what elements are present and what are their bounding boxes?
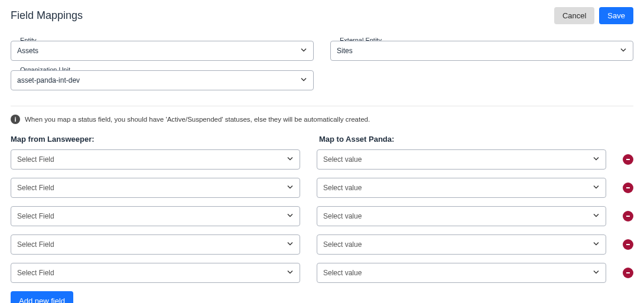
map-from-select[interactable]: Select Field	[11, 234, 300, 255]
map-from-select[interactable]: Select Field	[11, 263, 300, 283]
org-unit-value: asset-panda-int-dev	[17, 76, 80, 84]
add-new-field-button[interactable]: Add new field	[11, 291, 73, 303]
chevron-down-icon	[593, 240, 600, 249]
chevron-down-icon	[593, 269, 600, 278]
map-to-placeholder: Select value	[323, 240, 362, 249]
chevron-down-icon	[300, 47, 307, 56]
chevron-down-icon	[593, 184, 600, 193]
org-unit-select[interactable]: asset-panda-int-dev	[11, 70, 314, 90]
map-to-placeholder: Select value	[323, 269, 362, 277]
cancel-button[interactable]: Cancel	[554, 7, 594, 24]
mapping-row: Select FieldSelect value	[11, 234, 633, 255]
mapping-row: Select FieldSelect value	[11, 149, 633, 170]
map-to-placeholder: Select value	[323, 212, 362, 220]
mapping-row: Select FieldSelect value	[11, 263, 633, 283]
chevron-down-icon	[593, 212, 600, 221]
chevron-down-icon	[287, 269, 294, 278]
map-to-select[interactable]: Select value	[317, 206, 606, 226]
map-to-select[interactable]: Select value	[317, 178, 606, 198]
map-from-placeholder: Select Field	[17, 155, 54, 164]
chevron-down-icon	[593, 155, 600, 164]
chevron-down-icon	[287, 240, 294, 249]
page-title: Field Mappings	[11, 9, 83, 22]
map-from-placeholder: Select Field	[17, 269, 54, 277]
info-icon: i	[11, 115, 20, 124]
remove-row-button[interactable]	[623, 239, 633, 250]
chevron-down-icon	[287, 212, 294, 221]
remove-row-button[interactable]	[623, 154, 633, 165]
map-to-placeholder: Select value	[323, 184, 362, 192]
entity-select[interactable]: Assets	[11, 41, 314, 61]
remove-row-button[interactable]	[623, 268, 633, 278]
map-to-select[interactable]: Select value	[317, 149, 606, 170]
map-from-select[interactable]: Select Field	[11, 178, 300, 198]
remove-row-button[interactable]	[623, 183, 633, 193]
external-entity-select[interactable]: Sites	[330, 41, 633, 61]
divider	[11, 106, 633, 106]
chevron-down-icon	[287, 155, 294, 164]
map-to-title: Map to Asset Panda:	[319, 135, 611, 144]
map-from-placeholder: Select Field	[17, 212, 54, 220]
map-from-title: Map from Lansweeper:	[11, 135, 303, 144]
map-from-placeholder: Select Field	[17, 240, 54, 249]
remove-row-button[interactable]	[623, 211, 633, 221]
mapping-row: Select FieldSelect value	[11, 178, 633, 198]
external-entity-value: Sites	[337, 47, 353, 55]
info-text: When you map a status field, you should …	[25, 116, 370, 123]
chevron-down-icon	[287, 184, 294, 193]
save-button[interactable]: Save	[599, 7, 633, 24]
map-to-select[interactable]: Select value	[317, 234, 606, 255]
map-from-placeholder: Select Field	[17, 184, 54, 192]
chevron-down-icon	[300, 76, 307, 85]
map-to-placeholder: Select value	[323, 155, 362, 164]
map-from-select[interactable]: Select Field	[11, 206, 300, 226]
chevron-down-icon	[620, 47, 627, 56]
map-to-select[interactable]: Select value	[317, 263, 606, 283]
entity-value: Assets	[17, 47, 38, 55]
map-from-select[interactable]: Select Field	[11, 149, 300, 170]
mapping-row: Select FieldSelect value	[11, 206, 633, 226]
